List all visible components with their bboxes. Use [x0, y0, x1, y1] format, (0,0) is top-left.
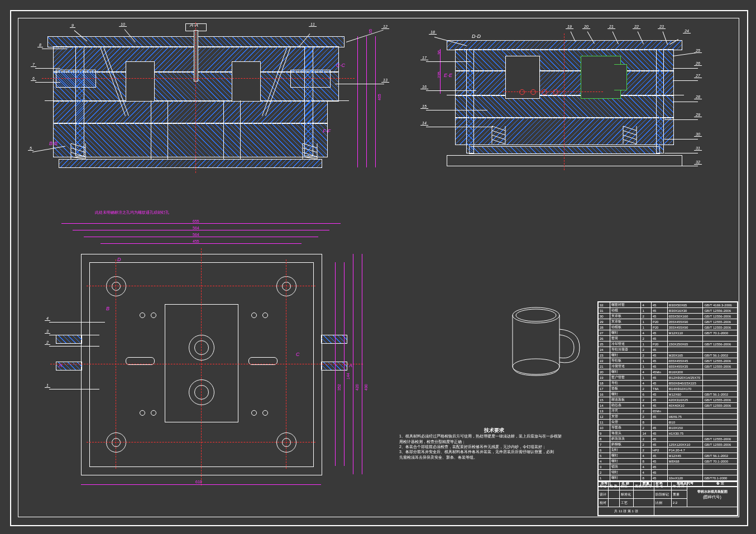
dim-564b: 564 [193, 233, 199, 237]
balloon-11: 11 [309, 22, 317, 27]
tb-zone: 处 数 [609, 482, 620, 490]
svg-point-1 [516, 309, 556, 321]
section-aa-label: A-A [190, 22, 198, 28]
drawing-title: 带柄水杯模具装配图 [688, 489, 736, 494]
balloon-26: 26 [694, 61, 702, 66]
tb-chg: 更改文件号 [633, 482, 654, 490]
cup-iso [503, 304, 586, 382]
balloon-23: 23 [658, 25, 666, 29]
tb-area: 分区 [620, 482, 634, 490]
dim-455: 455 [193, 239, 199, 243]
dim-490: 490 [364, 384, 368, 391]
tb-date: 年 月 日 [671, 482, 687, 490]
svg-point-0 [513, 307, 559, 323]
bb-label: B-B [49, 141, 58, 146]
cut-a-left: A [59, 363, 62, 368]
balloon-29: 29 [694, 113, 702, 117]
balloon-9: 9 [70, 23, 75, 28]
drawing-code: (图样代号) [688, 494, 736, 500]
balloon-6: 6 [31, 76, 36, 81]
tech-req-3b: 先需检须耳去异异及安全、新条、各装等组。 [399, 455, 589, 460]
balloon-10: 10 [119, 22, 127, 27]
balloon-4: 4 [45, 316, 50, 321]
balloon-19: 19 [566, 25, 573, 29]
cut-c: C [296, 352, 300, 357]
dim-36: 36 [437, 50, 441, 55]
balloon-7: 7 [31, 62, 36, 67]
tb-proc: 工艺 [620, 499, 634, 507]
balloon-24: 24 [683, 29, 691, 33]
balloon-27: 27 [694, 74, 702, 78]
tb-sheet: 共 11 张 第 1 张 [599, 507, 654, 516]
balloon-3: 3 [45, 329, 50, 334]
svg-point-2 [513, 359, 559, 374]
dim-235: 235 [437, 71, 441, 78]
balloon-17: 17 [420, 56, 428, 60]
balloon-20: 20 [582, 25, 590, 29]
balloon-30: 30 [694, 132, 702, 137]
dim-610: 610 [195, 480, 202, 484]
cut-b: B [106, 306, 109, 311]
cut-a-right: A [349, 363, 352, 368]
tb-design: 设计 [599, 490, 609, 499]
balloon-31: 31 [694, 146, 702, 151]
drawing-sheet: A-A B-B C-C F-F 35 465 5 6 7 8 9 10 11 1… [0, 0, 756, 534]
balloon-16: 16 [420, 85, 428, 89]
dd-label: D-D [472, 33, 481, 39]
cut-d: D [117, 257, 121, 262]
balloon-28: 28 [694, 95, 702, 99]
dim-420: 420 [355, 384, 359, 391]
tb-check: 校对 [599, 499, 609, 507]
tb-scale-val: 2:2 [671, 499, 687, 507]
balloon-1: 1 [45, 383, 50, 388]
tb-mark: 标记 [599, 482, 609, 490]
balloon-5: 5 [28, 146, 34, 151]
cc-label: C-C [336, 62, 345, 68]
balloon-21: 21 [607, 25, 615, 29]
dim-352: 352 [337, 384, 341, 391]
tb-std: 标准化 [620, 490, 634, 499]
balloon-15: 15 [420, 104, 428, 109]
tb-sign: 签 名 [654, 482, 671, 490]
tb-stage: 阶段标记 [654, 490, 671, 499]
tech-req-2: 2、各装合个部组前必须检查，装配要好后检修耳件无残废，无沙内砂，令钉组装好； [399, 444, 589, 449]
balloon-13: 13 [381, 78, 389, 83]
tech-requirements: 技术要求 1、模具材料必须经过严格检验后方可使用，热处理硬度一律须达标，装上后应… [399, 427, 589, 460]
balloon-22: 22 [633, 25, 640, 29]
balloon-8: 8 [37, 43, 43, 47]
tb-weight: 重量 [673, 493, 680, 496]
balloon-14: 14 [420, 121, 428, 126]
tb-scale-lbl: 比例 [654, 499, 671, 507]
bom-table: 32螺套衬套4 45Φ30X50X65GB/T 4169.3-2006 31动模… [597, 301, 738, 487]
ff-label: F-F [323, 128, 331, 134]
tech-req-3: 3、各部分前耳并安全后、模具材料各耳件各耳并装装，见件居装后后需仔细认替重，必则 [399, 449, 589, 454]
dim-564a: 564 [193, 226, 199, 230]
balloon-12: 12 [381, 25, 389, 29]
ee-label: E-E [444, 73, 452, 78]
dim-655: 655 [193, 219, 199, 223]
balloon-32: 32 [694, 160, 702, 165]
balloon-18: 18 [429, 30, 437, 35]
title-block: 标记 处 数 分区 更改文件号 签 名 年 月 日 带柄水杯模具装配图 (图样代… [597, 481, 738, 516]
balloon-2: 2 [45, 340, 50, 345]
dim-465: 465 [377, 94, 381, 100]
tech-req-1b: 用检计器检测，检查分型精度等正确； [399, 439, 589, 444]
tech-req-title: 技术要求 [399, 427, 589, 434]
dim-144: 144 [346, 373, 350, 379]
tech-req-1: 1、模具材料必须经过严格检验后方可使用，热处理硬度一律须达标，装上后应放与在一步… [399, 434, 589, 439]
plan-pink-note: 此处未明确标注之孔均为螺纹通孔或销钉孔 [95, 210, 169, 215]
